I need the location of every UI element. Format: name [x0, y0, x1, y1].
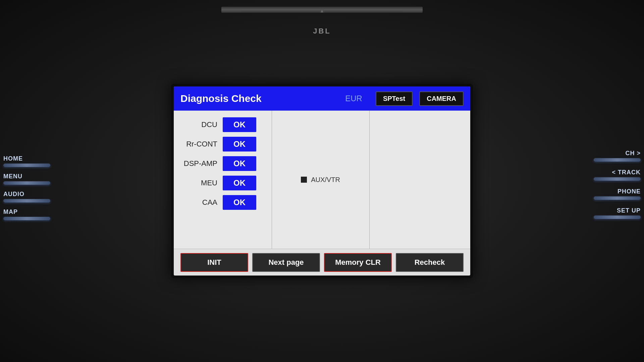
sidebar-item-menu[interactable]: MENU — [3, 173, 50, 185]
right-panel — [369, 111, 470, 249]
diag-status-meu: OK — [223, 176, 256, 190]
diag-label-dcu: DCU — [180, 120, 217, 129]
next-page-button[interactable]: Next page — [252, 253, 320, 272]
init-button[interactable]: INIT — [180, 253, 248, 272]
diag-label-rrcont: Rr-CONT — [180, 140, 217, 148]
memory-clr-button[interactable]: Memory CLR — [324, 253, 392, 272]
right-controls: CH > < TRACK PHONE SET UP — [594, 143, 644, 219]
diag-row-caa: CAA OK — [180, 195, 265, 210]
aux-square-icon — [301, 177, 307, 183]
sidebar-item-phone[interactable]: PHONE — [594, 188, 641, 200]
menu-button-bar — [3, 181, 50, 185]
screen-bezel: Diagnosis Check EUR SPTest CAMERA DCU OK… — [171, 84, 473, 278]
camera-button[interactable]: CAMERA — [419, 92, 464, 106]
region-label: EUR — [345, 94, 362, 103]
cd-slot-arrow: ▲ — [320, 8, 324, 13]
jbl-label: JBL — [313, 27, 331, 36]
sidebar-item-setup[interactable]: SET UP — [594, 207, 641, 219]
diag-label-meu: MEU — [180, 179, 217, 187]
audio-button-bar — [3, 199, 50, 202]
diag-status-rrcont: OK — [223, 137, 256, 152]
screen-header: Diagnosis Check EUR SPTest CAMERA — [174, 86, 470, 111]
diag-row-rrcont: Rr-CONT OK — [180, 137, 265, 152]
diag-label-caa: CAA — [180, 198, 217, 207]
setup-button-bar — [594, 216, 641, 219]
diag-row-dspamp: DSP-AMP OK — [180, 156, 265, 171]
home-button-bar — [3, 164, 50, 167]
left-controls: HOME MENU AUDIO MAP — [0, 142, 50, 220]
track-button-bar — [594, 177, 641, 181]
diag-row-dcu: DCU OK — [180, 117, 265, 132]
sidebar-item-track[interactable]: < TRACK — [594, 169, 641, 181]
aux-vtr-area: AUX/VTR — [301, 176, 340, 184]
screen-title: Diagnosis Check — [180, 93, 338, 104]
sidebar-item-audio[interactable]: AUDIO — [3, 191, 50, 202]
map-button-bar — [3, 217, 50, 220]
diag-status-dcu: OK — [223, 117, 256, 132]
sidebar-item-ch[interactable]: CH > — [594, 150, 641, 162]
recheck-button[interactable]: Recheck — [396, 253, 464, 272]
phone-button-bar — [594, 196, 641, 200]
diagnostics-panel: DCU OK Rr-CONT OK DSP-AMP OK MEU OK — [174, 111, 272, 249]
screen-content: DCU OK Rr-CONT OK DSP-AMP OK MEU OK — [174, 111, 470, 249]
diag-label-dspamp: DSP-AMP — [180, 159, 217, 168]
middle-panel: AUX/VTR — [272, 111, 370, 249]
sidebar-item-home[interactable]: HOME — [3, 155, 50, 167]
diag-status-dspamp: OK — [223, 156, 256, 171]
sptest-button[interactable]: SPTest — [376, 92, 413, 106]
screen-footer: INIT Next page Memory CLR Recheck — [174, 249, 470, 276]
aux-label: AUX/VTR — [311, 176, 340, 184]
ch-button-bar — [594, 158, 641, 162]
diag-status-caa: OK — [223, 195, 256, 210]
diag-row-meu: MEU OK — [180, 176, 265, 190]
sidebar-item-map[interactable]: MAP — [3, 208, 50, 220]
screen: Diagnosis Check EUR SPTest CAMERA DCU OK… — [174, 86, 470, 276]
car-dashboard: ▲ JBL HOME MENU AUDIO MAP CH > < TRACK — [0, 0, 644, 362]
